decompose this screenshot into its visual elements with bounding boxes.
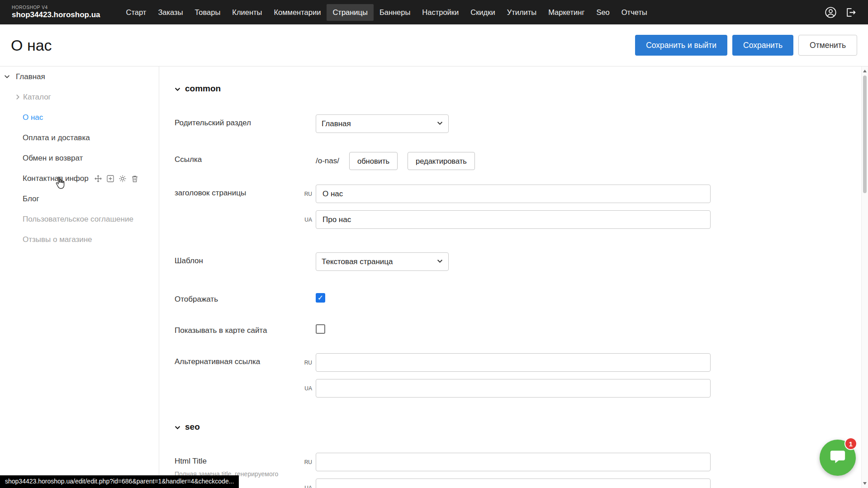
lang-tag-ua: UA bbox=[296, 217, 312, 223]
display-checkbox[interactable] bbox=[316, 293, 325, 303]
field-row-sitemap: Показывать в карте сайта bbox=[175, 322, 868, 335]
chevron-down-icon bbox=[4, 75, 10, 79]
section-title: common bbox=[185, 84, 221, 94]
edit-link-button[interactable]: редактировать bbox=[408, 152, 475, 170]
section-seo-header[interactable]: seo bbox=[175, 422, 868, 432]
field-label: заголовок страницы bbox=[175, 185, 316, 229]
nav-item-seo[interactable]: Seo bbox=[590, 4, 615, 21]
brand-logo[interactable]: HOROSHOP V4 shop34423.horoshop.ua bbox=[12, 5, 100, 19]
nav-item-discounts[interactable]: Скидки bbox=[465, 4, 501, 21]
field-label: Родительский раздел bbox=[175, 114, 316, 133]
tree-item-label: Обмен и возврат bbox=[23, 154, 83, 163]
scrollbar-thumb[interactable] bbox=[863, 76, 867, 193]
tree-item-blog[interactable]: Блог bbox=[0, 189, 159, 209]
field-row-alt-link: Альтернативная ссылка RU UA bbox=[175, 353, 868, 398]
field-row-display: Отображать bbox=[175, 291, 868, 304]
user-account-icon[interactable] bbox=[825, 6, 837, 19]
field-label: Отображать bbox=[175, 291, 316, 304]
settings-gear-icon[interactable] bbox=[119, 175, 127, 183]
tree-item-user-agreement[interactable]: Пользовательское соглашение bbox=[0, 209, 159, 229]
section-common-header[interactable]: common bbox=[175, 84, 868, 94]
nav-item-utilities[interactable]: Утилиты bbox=[501, 4, 543, 21]
lang-tag-ru: RU bbox=[296, 459, 312, 465]
lang-tag-ru: RU bbox=[296, 191, 312, 197]
tree-item-catalog[interactable]: Каталог bbox=[0, 87, 159, 107]
topbar: HOROSHOP V4 shop34423.horoshop.ua Старт … bbox=[0, 0, 868, 24]
tree-item-label: Блог bbox=[23, 194, 39, 204]
field-row-link: Ссылка /o-nas/ обновить редактировать bbox=[175, 151, 868, 170]
page-title-ua-input[interactable] bbox=[316, 210, 711, 229]
nav-item-start[interactable]: Старт bbox=[120, 4, 152, 21]
tree-item-label: Главная bbox=[16, 72, 45, 81]
tree-item-store-reviews[interactable]: Отзывы о магазине bbox=[0, 229, 159, 250]
chevron-down-icon bbox=[175, 422, 180, 432]
vertical-scrollbar[interactable] bbox=[861, 66, 868, 488]
nav-item-settings[interactable]: Настройки bbox=[416, 4, 465, 21]
lang-tag-ua: UA bbox=[296, 385, 312, 392]
sitemap-checkbox[interactable] bbox=[316, 324, 325, 334]
field-row-html-title: Html Title Полная замена title, генериру… bbox=[175, 453, 868, 488]
alt-link-ru-input[interactable] bbox=[316, 353, 711, 372]
scroll-up-icon[interactable] bbox=[862, 67, 868, 75]
html-title-ua-input[interactable] bbox=[316, 479, 711, 488]
browser-status-url: shop34423.horoshop.ua/edit/edit.php?id=6… bbox=[0, 475, 239, 488]
cancel-button[interactable]: Отменить bbox=[798, 35, 857, 56]
tree-item-label: Пользовательское соглашение bbox=[23, 215, 133, 224]
tree-item-root[interactable]: Главная bbox=[0, 66, 159, 87]
top-navigation: Старт Заказы Товары Клиенты Комментарии … bbox=[120, 4, 653, 21]
field-label: Шаблон bbox=[175, 252, 316, 271]
chevron-right-icon bbox=[16, 94, 20, 100]
field-label: Альтернативная ссылка bbox=[175, 353, 316, 398]
nav-item-comments[interactable]: Комментарии bbox=[268, 4, 327, 21]
field-row-template: Шаблон Текстовая страница bbox=[175, 252, 868, 271]
tree-item-about[interactable]: О нас bbox=[0, 107, 159, 128]
tree-item-label: Каталог bbox=[23, 93, 51, 102]
tree-item-exchange-return[interactable]: Обмен и возврат bbox=[0, 148, 159, 168]
nav-item-reports[interactable]: Отчеты bbox=[616, 4, 653, 21]
pages-tree-sidebar: Главная Каталог О нас Оплата и доставка … bbox=[0, 66, 159, 488]
save-button[interactable]: Сохранить bbox=[732, 35, 793, 56]
page-title-ru-input[interactable] bbox=[316, 185, 711, 203]
page-url-text: /o-nas/ bbox=[316, 156, 339, 166]
delete-trash-icon[interactable] bbox=[131, 175, 139, 183]
nav-item-orders[interactable]: Заказы bbox=[152, 4, 189, 21]
save-and-exit-button[interactable]: Сохранить и выйти bbox=[635, 35, 727, 56]
field-label: Html Title bbox=[175, 457, 316, 466]
scroll-down-icon[interactable] bbox=[862, 480, 868, 487]
nav-item-pages[interactable]: Страницы bbox=[327, 4, 373, 21]
page-title: О нас bbox=[11, 37, 52, 54]
logout-icon[interactable] bbox=[845, 7, 856, 18]
html-title-ru-input[interactable] bbox=[316, 453, 711, 471]
page-edit-form: common Родительский раздел Главная Ссылк… bbox=[159, 66, 868, 488]
chevron-down-icon bbox=[175, 84, 180, 94]
field-row-page-title: заголовок страницы RU UA bbox=[175, 185, 868, 229]
parent-section-select[interactable]: Главная bbox=[316, 114, 449, 133]
field-label: Показывать в карте сайта bbox=[175, 322, 316, 335]
nav-item-clients[interactable]: Клиенты bbox=[226, 4, 268, 21]
main-area: Главная Каталог О нас Оплата и доставка … bbox=[0, 66, 868, 488]
nav-item-banners[interactable]: Баннеры bbox=[374, 4, 416, 21]
nav-item-products[interactable]: Товары bbox=[189, 4, 227, 21]
field-label: Ссылка bbox=[175, 151, 316, 170]
drag-move-icon[interactable] bbox=[94, 175, 102, 183]
chat-bubble-icon bbox=[829, 448, 846, 467]
tree-item-label: Оплата и доставка bbox=[23, 133, 90, 142]
refresh-link-button[interactable]: обновить bbox=[349, 152, 398, 170]
tree-item-contact-info[interactable]: Контактная инфор bbox=[0, 168, 159, 189]
brand-version-label: HOROSHOP V4 bbox=[12, 5, 100, 10]
tree-item-label: Отзывы о магазине bbox=[23, 235, 92, 244]
lang-tag-ru: RU bbox=[296, 360, 312, 366]
chat-unread-badge: 1 bbox=[844, 437, 857, 450]
chat-widget-button[interactable]: 1 bbox=[820, 440, 856, 476]
template-select[interactable]: Текстовая страница bbox=[316, 252, 449, 271]
tree-item-label: О нас bbox=[23, 113, 43, 122]
lang-tag-ua: UA bbox=[296, 485, 312, 488]
tree-item-payment-delivery[interactable]: Оплата и доставка bbox=[0, 128, 159, 148]
add-page-icon[interactable] bbox=[106, 175, 114, 183]
page-header: О нас Сохранить и выйти Сохранить Отмени… bbox=[0, 24, 868, 66]
section-title: seo bbox=[185, 422, 200, 432]
tree-item-label: Контактная инфор bbox=[23, 174, 89, 183]
field-row-parent-section: Родительский раздел Главная bbox=[175, 114, 868, 133]
nav-item-marketing[interactable]: Маркетинг bbox=[542, 4, 590, 21]
alt-link-ua-input[interactable] bbox=[316, 379, 711, 398]
